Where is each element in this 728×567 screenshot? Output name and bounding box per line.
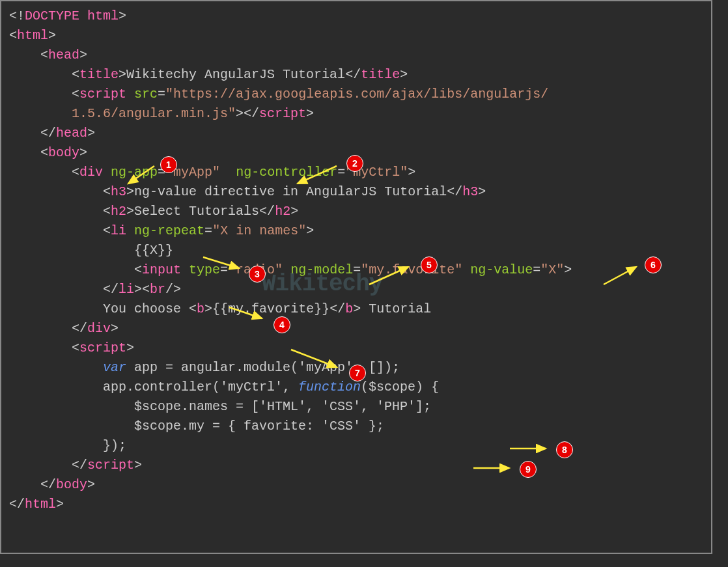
- code-line: </body>: [9, 475, 703, 495]
- code-line: <h2>Select Tutorials</h2>: [9, 202, 703, 221]
- code-line: var app = angular.module('myApp', []);: [9, 358, 703, 378]
- code-line: <div ng-app="myApp" ng-controller="myCtr…: [9, 163, 703, 182]
- code-line: </script>: [9, 456, 703, 475]
- code-line: <title>Wikitechy AngularJS Tutorial</tit…: [9, 65, 703, 85]
- code-line: });: [9, 436, 703, 456]
- code-editor: Wikitechy <!DOCTYPE html> <html> <head> …: [0, 0, 712, 554]
- code-line: <body>: [9, 143, 703, 163]
- code-line: </div>: [9, 319, 703, 339]
- code-line: $scope.my = { favorite: 'CSS' };: [9, 417, 703, 436]
- code-line: <!DOCTYPE html>: [9, 7, 703, 26]
- code-line: You choose <b>{{my.favorite}}</b> Tutori…: [9, 299, 703, 319]
- code-line: </li><br/>: [9, 280, 703, 299]
- code-line: <li ng-repeat="X in names">: [9, 221, 703, 241]
- code-line: 1.5.6/angular.min.js"></script>: [9, 104, 703, 124]
- code-line: $scope.names = ['HTML', 'CSS', 'PHP'];: [9, 397, 703, 417]
- code-line: </head>: [9, 124, 703, 143]
- code-line: app.controller('myCtrl', function($scope…: [9, 378, 703, 397]
- code-line: <input type="radio" ng-model="my.favorit…: [9, 260, 703, 280]
- code-line: <h3>ng-value directive in AngularJS Tuto…: [9, 182, 703, 202]
- code-line: <head>: [9, 46, 703, 65]
- code-line: </html>: [9, 495, 703, 514]
- code-line: <html>: [9, 26, 703, 46]
- code-line: {{X}}: [9, 241, 703, 260]
- code-line: <script>: [9, 339, 703, 358]
- code-line: <script src="https://ajax.googleapis.com…: [9, 85, 703, 104]
